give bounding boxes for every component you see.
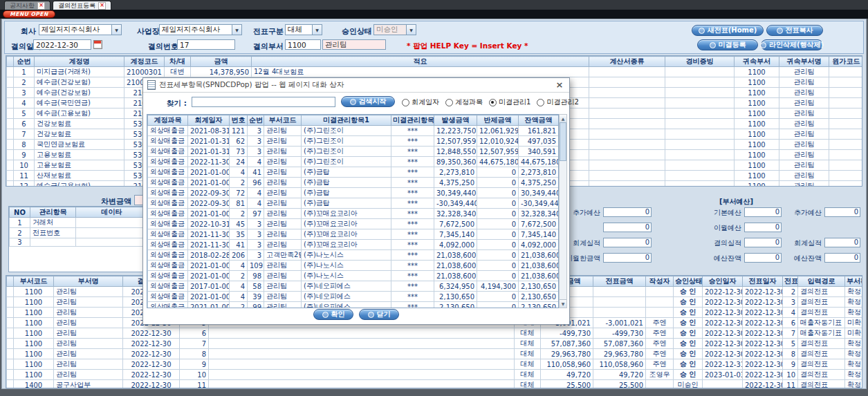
- table-row[interactable]: 1100관리팀2022-12-307대체57,087,36057,087,360…: [7, 339, 863, 349]
- row-selector[interactable]: [7, 88, 14, 98]
- site-combo[interactable]: 제일저지주식회사 ▼: [159, 24, 242, 35]
- radio-option-1[interactable]: 회계일자: [402, 97, 439, 107]
- table-row[interactable]: 1100관리팀2022-12-3010대체49,72049,720조영우승 인2…: [7, 370, 863, 380]
- table-row[interactable]: 외상매출금2022-11-30244관리팀(주)그린조이***89,350,36…: [148, 157, 559, 167]
- search-input[interactable]: [192, 97, 335, 107]
- grid-cell: 관리팀: [264, 126, 302, 136]
- popup-title-bar[interactable]: 전표세부항목(SPNDCDPop) 팝업 -- 웹 페이지 대화 상자 ×: [143, 78, 569, 93]
- grid-cell: 4,375,250: [434, 178, 477, 188]
- delete-line-button[interactable]: 라인삭제(행삭제): [761, 39, 823, 50]
- table-row[interactable]: 외상매출금2021-01-00439관리팀(주)네오피에스***2,130,65…: [148, 292, 559, 302]
- row-selector[interactable]: [7, 380, 14, 389]
- row-selector[interactable]: [7, 160, 14, 171]
- copy-slip-button[interactable]: 전표복사: [766, 25, 823, 36]
- table-row[interactable]: 외상매출금2018-02-282063고객만족2팀(JJ(주)나노시스***21…: [148, 250, 559, 261]
- close-icon[interactable]: ×: [554, 80, 565, 90]
- scrollbar-thumb[interactable]: [560, 122, 566, 161]
- table-row[interactable]: 외상매출금2021-01-00441관리팀(주)금탑***2,273,81002…: [148, 167, 559, 178]
- row-selector[interactable]: [7, 140, 14, 150]
- table-row[interactable]: 외상매출금2021-01-00299관리팀(주)네오피에스***2,130,65…: [148, 302, 559, 309]
- confirm-button[interactable]: 확인: [313, 309, 353, 320]
- row-selector[interactable]: [7, 328, 14, 339]
- pending-register-button[interactable]: 미결등록: [697, 39, 758, 50]
- grid-cell: [589, 119, 665, 129]
- budget-field-value[interactable]: 0: [744, 253, 782, 263]
- row-selector[interactable]: [7, 77, 14, 88]
- table-row[interactable]: 외상매출금2017-01-00458관리팀(주)네오피에스***6,324,95…: [148, 281, 559, 292]
- table-row[interactable]: 외상매출금2021-01-00298관리팀(주)나노시스***21,038,60…: [148, 271, 559, 281]
- grid-cell: 99: [248, 302, 264, 309]
- table-row[interactable]: 2전표번호: [10, 228, 148, 238]
- budget-field-value[interactable]: 0: [824, 253, 860, 263]
- tab-notice[interactable]: 공지사항 ×: [4, 1, 50, 10]
- row-selector[interactable]: [7, 67, 14, 77]
- radio-option-2[interactable]: 계정과목: [445, 97, 483, 107]
- row-selector[interactable]: [7, 171, 14, 181]
- scroll-down-icon[interactable]: ▼: [560, 299, 566, 308]
- row-selector[interactable]: [7, 339, 14, 349]
- radio-option-4[interactable]: 미결관리2: [537, 97, 578, 107]
- table-row[interactable]: 외상매출금2022-09-30724관리팀(주)금탑***30,349,4400…: [148, 188, 559, 198]
- budget-field-value[interactable]: 0: [824, 207, 860, 217]
- tab-slip-register[interactable]: 결의전표등록 ×: [53, 1, 111, 10]
- grid-cell: 2022-12-30: [703, 349, 743, 359]
- table-row[interactable]: 외상매출금2021-08-311213관리팀(주)그린조이***12,223,7…: [148, 126, 559, 136]
- row-selector[interactable]: [7, 129, 14, 140]
- row-selector[interactable]: [7, 98, 14, 109]
- table-row[interactable]: 1100관리팀2022-12-308대체29,963,78029,963,780…: [7, 349, 863, 359]
- resolution-dept-code-input[interactable]: [285, 39, 321, 50]
- table-row[interactable]: 1100관리팀2022-12-306대체-499,730-499,730주엔승 …: [7, 328, 863, 339]
- row-selector[interactable]: [7, 150, 14, 160]
- grid-cell: 1100: [735, 150, 779, 160]
- budget-field-value[interactable]: 0: [603, 223, 652, 232]
- row-selector[interactable]: [7, 297, 14, 308]
- table-row[interactable]: 외상매출금2021-01-31623관리팀(주)그린조이***12,507,95…: [148, 136, 559, 147]
- column-header: 승인일자: [703, 276, 743, 287]
- menu-open-button[interactable]: MENU OPEN: [3, 10, 55, 18]
- table-row[interactable]: 외상매출금2022-10-31453관리팀(주)꼬매요코리아***7,672,5…: [148, 219, 559, 229]
- tab-close-icon[interactable]: ×: [37, 2, 45, 10]
- table-row[interactable]: 1100관리팀2022-12-309대체110,058,960110,058,9…: [7, 359, 863, 370]
- popup-scrollbar[interactable]: ▲ ▼: [559, 114, 567, 308]
- radio-option-3[interactable]: 미결관리1: [489, 97, 530, 107]
- budget-field-value[interactable]: 0: [603, 238, 652, 247]
- table-row[interactable]: 1미지급금(거래처)21000301대변14,378,95012월 4대보험료1…: [7, 67, 863, 77]
- budget-field-value[interactable]: 0: [744, 238, 782, 247]
- budget-field-value[interactable]: 0: [824, 238, 860, 247]
- row-selector[interactable]: [7, 370, 14, 380]
- table-row[interactable]: 외상매출금2022-09-30814관리팀(주)금탑***-30,349,440…: [148, 198, 559, 209]
- search-button[interactable]: 검색시작: [341, 96, 395, 107]
- resolution-number-input[interactable]: [177, 39, 235, 50]
- table-row[interactable]: 외상매출금2021-01-00297관리팀(주)꼬매요코리아***32,328,…: [148, 209, 559, 219]
- tab-close-icon[interactable]: ×: [98, 2, 106, 10]
- grid-cell: -3,001,021: [593, 318, 646, 328]
- close-button[interactable]: 닫기: [359, 309, 399, 320]
- approval-status-combo[interactable]: 미승인 ▼: [373, 24, 416, 35]
- table-row[interactable]: 1거래처: [10, 218, 148, 228]
- table-row[interactable]: 외상매출금2021-11-30413관리팀(주)꼬매요코리아***4,092,0…: [148, 240, 559, 250]
- new-slip-button[interactable]: 새전표(Home): [692, 25, 764, 36]
- table-row[interactable]: 3: [10, 238, 148, 247]
- table-row[interactable]: 외상매출금2021-01-004109관리팀(주)나노시스***21,038,6…: [148, 261, 559, 271]
- resolution-date-input[interactable]: [33, 39, 91, 50]
- row-selector[interactable]: [7, 119, 14, 129]
- row-selector[interactable]: [7, 308, 14, 318]
- budget-field-value[interactable]: 0: [603, 207, 652, 217]
- table-row[interactable]: 외상매출금2021-01-00296관리팀(주)금탑***4,375,25004…: [148, 178, 559, 188]
- budget-field-value[interactable]: 0: [603, 253, 652, 263]
- row-selector[interactable]: [7, 318, 14, 328]
- budget-field-value[interactable]: 0: [744, 207, 782, 217]
- budget-field-value[interactable]: 0: [744, 223, 782, 232]
- row-selector[interactable]: [7, 287, 14, 297]
- table-row[interactable]: 외상매출금2021-01-31733관리팀(주)그린조이***12,848,55…: [148, 147, 559, 157]
- row-selector[interactable]: [7, 359, 14, 370]
- slip-type-combo[interactable]: 대체 ▼: [285, 24, 322, 35]
- calendar-icon[interactable]: [93, 40, 102, 49]
- row-selector[interactable]: [7, 109, 14, 119]
- grid-cell: 2022-12-30: [703, 339, 743, 349]
- row-selector[interactable]: [7, 181, 14, 187]
- company-combo[interactable]: 제일저지주식회사 ▼: [39, 24, 122, 35]
- table-row[interactable]: 외상매출금2021-11-30353관리팀(주)꼬매요코리아***7,345,1…: [148, 229, 559, 240]
- table-row[interactable]: 1400공구사업부2022-12-3011대체25,50025,500미승인20…: [7, 380, 863, 389]
- row-selector[interactable]: [7, 349, 14, 359]
